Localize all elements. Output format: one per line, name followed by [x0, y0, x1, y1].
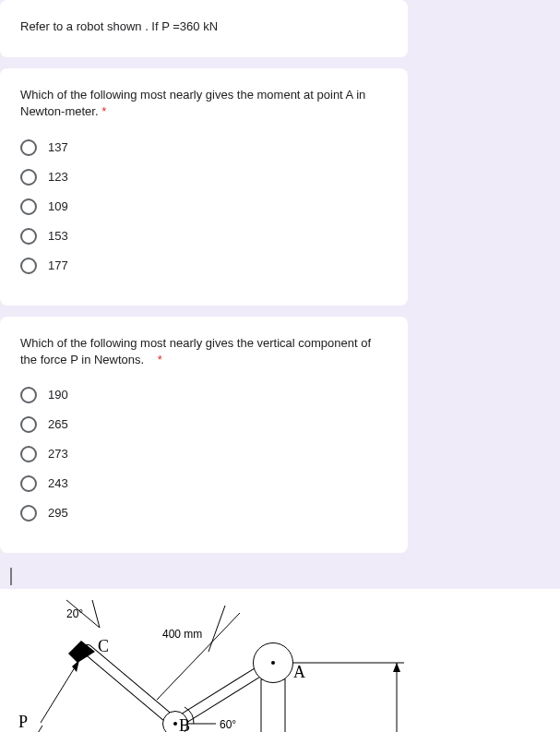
- q2-option-4[interactable]: 295: [20, 505, 387, 522]
- svg-marker-20: [393, 663, 400, 672]
- q1-option-0[interactable]: 137: [20, 139, 387, 156]
- label-400mm: 400 mm: [162, 628, 202, 641]
- radio-icon: [20, 169, 37, 186]
- q1-option-1[interactable]: 123: [20, 169, 387, 186]
- q1-option-2-label: 109: [48, 199, 68, 213]
- q2-option-1-label: 265: [48, 417, 68, 431]
- label-60deg: 60°: [220, 718, 236, 731]
- q1-prompt: Which of the following most nearly gives…: [20, 87, 387, 120]
- q1-prompt-text: Which of the following most nearly gives…: [20, 88, 365, 118]
- svg-line-22: [209, 606, 225, 652]
- context-text: Refer to a robot shown . If P =360 kN: [20, 18, 387, 35]
- joint-B-center: [173, 722, 177, 726]
- radio-icon: [20, 505, 37, 522]
- label-C: C: [98, 637, 109, 656]
- q1-option-3-label: 153: [48, 229, 68, 243]
- label-20deg: 20°: [66, 607, 83, 620]
- q2-prompt-space: [148, 353, 154, 366]
- q1-option-4-label: 177: [48, 258, 68, 272]
- q1-option-1-label: 123: [48, 170, 68, 184]
- label-P: P: [18, 713, 28, 732]
- q1-option-0-label: 137: [48, 140, 68, 154]
- radio-icon: [20, 446, 37, 462]
- radio-icon: [20, 387, 37, 403]
- radio-icon: [20, 198, 37, 215]
- svg-line-4: [88, 650, 175, 724]
- robot-figure: 20° 400 mm C A B P 60° 300 mm 500 mm O: [0, 589, 560, 732]
- svg-rect-0: [261, 679, 285, 732]
- radio-icon: [20, 228, 37, 245]
- q2-option-3-label: 243: [48, 476, 68, 490]
- q1-required: *: [101, 104, 106, 118]
- radio-icon: [20, 475, 37, 492]
- q1-option-4[interactable]: 177: [20, 258, 387, 274]
- card-question-1: Which of the following most nearly gives…: [0, 68, 408, 305]
- q2-options: 190 265 273 243 295: [20, 387, 387, 522]
- joint-A-center: [271, 661, 275, 665]
- q2-required: *: [158, 353, 162, 366]
- q2-option-2-label: 273: [48, 447, 68, 461]
- card-context: Refer to a robot shown . If P =360 kN: [0, 0, 408, 57]
- radio-icon: [20, 139, 37, 156]
- q1-options: 137 123 109 153 177: [20, 139, 387, 274]
- card-question-2: Which of the following most nearly gives…: [0, 317, 408, 553]
- q1-option-3[interactable]: 153: [20, 228, 387, 245]
- q2-prompt: Which of the following most nearly gives…: [20, 335, 387, 368]
- radio-icon: [20, 416, 37, 433]
- radio-icon: [20, 258, 37, 274]
- q1-option-2[interactable]: 109: [20, 198, 387, 215]
- q2-option-4-label: 295: [48, 506, 68, 520]
- joint-C-center: [86, 648, 89, 652]
- text-cursor: |: [0, 564, 560, 589]
- q2-prompt-text: Which of the following most nearly gives…: [20, 336, 371, 366]
- svg-line-10: [28, 726, 42, 732]
- q2-option-0-label: 190: [48, 388, 68, 402]
- svg-line-6: [41, 660, 79, 723]
- svg-line-16: [92, 600, 100, 628]
- q2-option-0[interactable]: 190: [20, 387, 387, 403]
- q2-option-1[interactable]: 265: [20, 416, 387, 433]
- q2-option-2[interactable]: 273: [20, 446, 387, 462]
- q2-option-3[interactable]: 243: [20, 475, 387, 492]
- label-A: A: [293, 663, 305, 682]
- label-B: B: [179, 716, 190, 732]
